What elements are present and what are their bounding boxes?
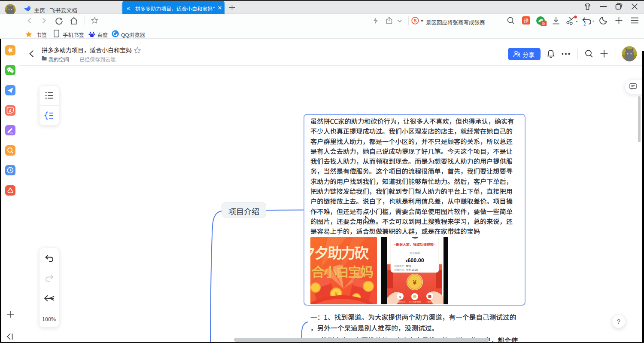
svg-text:令红包更大意: 令红包更大意 <box>408 300 421 303</box>
svg-text:新: 新 <box>541 21 545 26</box>
svg-text:♥: ♥ <box>399 294 401 299</box>
svg-text:S: S <box>413 18 416 23</box>
svg-text:夕夕助力砍: 夕夕助力砍 <box>301 242 369 263</box>
svg-text:¥: ¥ <box>413 278 416 286</box>
svg-text:¥600.00: ¥600.00 <box>405 257 424 263</box>
svg-text:合小白宝妈: 合小白宝妈 <box>311 261 373 281</box>
svg-text:今天 10:26: 今天 10:26 <box>406 268 418 272</box>
svg-text:到账账户: 到账账户 <box>394 264 404 268</box>
svg-text:提现金额: 提现金额 <box>410 251 420 255</box>
svg-text:2: 2 <box>583 22 586 27</box>
svg-text:“谢谢大家，我成功提现啦”: “谢谢大家，我成功提现啦” <box>394 242 435 247</box>
svg-text:零钱: 零钱 <box>406 264 411 268</box>
svg-text:到账时间: 到账时间 <box>394 268 404 272</box>
svg-text:一起拆红包: 一起拆红包 <box>395 300 405 303</box>
svg-text:一起分享: 一起分享 <box>425 300 434 303</box>
